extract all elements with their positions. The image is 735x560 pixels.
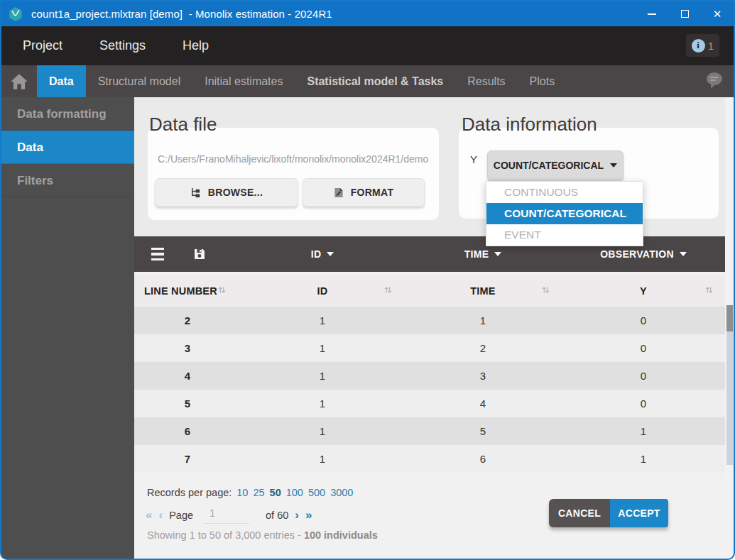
chevron-down-icon: [610, 163, 617, 168]
observation-type-dropdown[interactable]: COUNT/CATEGORICAL: [487, 150, 624, 180]
cell-value: 1: [404, 314, 562, 326]
close-button[interactable]: ✕: [701, 1, 734, 26]
table-scrollbar-thumb[interactable]: [726, 305, 733, 331]
page-size-option-25[interactable]: 25: [253, 487, 264, 498]
records-per-page: Records per page: 1025501005003000: [147, 487, 353, 498]
column-type-label: TIME: [464, 248, 489, 260]
format-button[interactable]: FORMAT: [303, 178, 425, 207]
observation-field-label: Y: [470, 153, 477, 165]
page-label: Page: [169, 510, 193, 521]
page-size-option-100[interactable]: 100: [286, 487, 303, 498]
table-row: 7161: [134, 445, 725, 473]
cell-value: 1: [562, 425, 725, 437]
minimize-button[interactable]: [636, 1, 668, 26]
page-size-option-50[interactable]: 50: [270, 487, 281, 498]
entries-summary: Showing 1 to 50 of 3,000 entries - 100 i…: [147, 529, 378, 541]
cell-line-number: 5: [134, 397, 241, 410]
cell-value: 1: [241, 342, 404, 354]
menubar: ProjectSettingsHelp: [1, 26, 734, 65]
menu-hamburger-button[interactable]: [151, 248, 164, 261]
column-type-dropdown-time[interactable]: TIME: [404, 248, 562, 260]
window-controls: ✕: [636, 1, 734, 26]
cell-value: 2: [404, 342, 562, 354]
content-top-section: Data file C:/Users/FranoMihaljevic/lixof…: [134, 97, 734, 236]
cell-line-number: 7: [134, 453, 241, 465]
column-header-time[interactable]: TIME: [404, 285, 562, 297]
cell-value: 1: [241, 453, 404, 465]
page-size-option-3000[interactable]: 3000: [330, 487, 353, 498]
data-information-title: Data information: [462, 114, 597, 136]
table-row: 6151: [134, 417, 725, 445]
maximize-icon: [681, 10, 689, 18]
tab-data[interactable]: Data: [37, 65, 86, 97]
cell-value: 4: [404, 397, 562, 410]
monolix-logo-icon: [8, 6, 23, 22]
chat-bubble-icon: [704, 70, 725, 91]
table-row: 2110: [134, 307, 725, 334]
menu-item-help[interactable]: Help: [183, 38, 209, 53]
menu-item-settings[interactable]: Settings: [99, 38, 146, 53]
column-type-dropdown-id[interactable]: ID: [241, 248, 404, 260]
sidebar-item-data[interactable]: Data: [1, 131, 134, 164]
feedback-button[interactable]: [704, 70, 725, 94]
next-page-button[interactable]: ›: [295, 509, 299, 521]
cell-value: 5: [404, 425, 562, 437]
sidebar-item-filters[interactable]: Filters: [1, 164, 134, 197]
titlebar: count1a_project.mlxtran [demo] - Monolix…: [1, 1, 734, 26]
previous-page-button[interactable]: ‹: [158, 509, 163, 521]
tab-plots[interactable]: Plots: [518, 65, 567, 97]
tab-initial-estimates[interactable]: Initial estimates: [192, 65, 295, 97]
cell-value: 0: [562, 314, 725, 326]
first-page-button[interactable]: «: [146, 509, 152, 521]
data-file-path: C:/Users/FranoMihaljevic/lixoft/monolix/…: [158, 153, 429, 165]
app-window: count1a_project.mlxtran [demo] - Monolix…: [0, 0, 735, 560]
cell-value: 0: [562, 370, 725, 382]
table-row: 3120: [134, 334, 725, 362]
column-type-dropdown-observation[interactable]: OBSERVATION: [562, 248, 725, 260]
cancel-button[interactable]: CANCEL: [549, 499, 610, 527]
column-header-y[interactable]: Y: [562, 285, 725, 297]
column-header-label: TIME: [470, 285, 495, 297]
column-header-line-number[interactable]: LINE NUMBER: [134, 285, 241, 297]
home-button[interactable]: [1, 65, 37, 97]
records-per-page-label: Records per page:: [147, 487, 232, 498]
cell-value: 1: [241, 314, 404, 326]
sidebar-item-data-formatting[interactable]: Data formatting: [1, 97, 134, 131]
page-size-option-500[interactable]: 500: [308, 487, 325, 498]
table-row: 5140: [134, 390, 725, 417]
table-body: 211031204130514061517161: [134, 307, 725, 473]
tab-results[interactable]: Results: [455, 65, 517, 97]
observation-type-value: COUNT/CATEGORICAL: [494, 160, 604, 171]
table-scrollbar-track[interactable]: [726, 305, 733, 465]
save-icon[interactable]: [194, 248, 205, 260]
data-file-card: C:/Users/FranoMihaljevic/lixoft/monolix/…: [148, 128, 439, 220]
notification-chip[interactable]: i 1: [686, 34, 719, 57]
dropdown-option-continuous[interactable]: CONTINUOUS: [486, 182, 643, 203]
page-size-options: 1025501005003000: [236, 487, 353, 498]
cell-value: 6: [404, 453, 562, 465]
column-type-label: OBSERVATION: [600, 248, 674, 260]
window-title: count1a_project.mlxtran [demo] - Monolix…: [31, 8, 332, 20]
cell-value: 0: [562, 397, 725, 410]
cell-value: 1: [241, 425, 404, 437]
browse-button-label: BROWSE...: [208, 187, 263, 198]
browse-button[interactable]: BROWSE...: [155, 178, 298, 207]
individuals-count: 100 individuals: [304, 529, 378, 541]
chevron-down-icon: [494, 252, 501, 256]
cell-value: 0: [562, 342, 725, 354]
dropdown-option-event[interactable]: EVENT: [486, 224, 643, 246]
sort-icon: [541, 285, 550, 297]
page-number-input[interactable]: 1: [204, 506, 249, 524]
dropdown-option-count-categorical[interactable]: COUNT/CATEGORICAL: [486, 203, 643, 224]
tab-statistical-model-tasks[interactable]: Statistical model & Tasks: [295, 65, 455, 97]
column-header-label: LINE NUMBER: [144, 285, 217, 297]
cell-line-number: 3: [134, 342, 241, 354]
total-pages-label: of 60: [266, 510, 288, 521]
menu-item-project[interactable]: Project: [23, 38, 62, 53]
last-page-button[interactable]: »: [305, 509, 312, 521]
page-size-option-10[interactable]: 10: [236, 487, 248, 498]
column-header-id[interactable]: ID: [241, 285, 404, 297]
tab-structural-model[interactable]: Structural model: [86, 65, 193, 97]
maximize-button[interactable]: [668, 1, 701, 26]
accept-button[interactable]: ACCEPT: [610, 499, 668, 527]
